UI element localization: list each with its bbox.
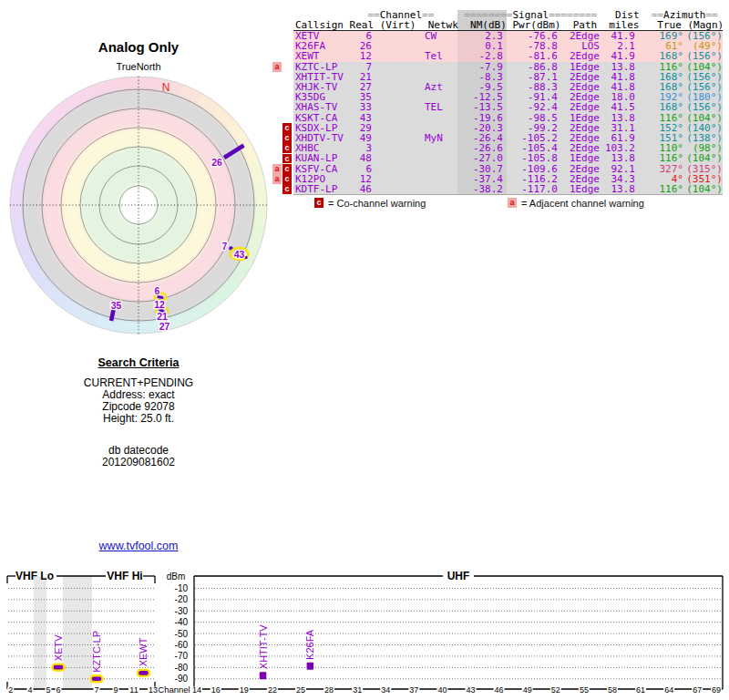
adjacent-channel-badge: a <box>272 174 282 184</box>
channel-tick-label: 22 <box>268 685 277 695</box>
cell-real: 12 <box>348 51 372 61</box>
channel-tick-label: 2 <box>8 685 13 695</box>
cell-path: 2Edge <box>560 51 600 61</box>
band-gap <box>63 577 92 690</box>
station-bar <box>307 663 314 670</box>
channel-tick-label: 31 <box>353 685 362 695</box>
co-channel-badge: c <box>282 184 292 194</box>
channel-tick-label: 13 <box>149 685 158 695</box>
radar-channel-label: 7 <box>222 241 228 252</box>
search-criteria-title: Search Criteria <box>0 356 277 369</box>
search-address: Address: exact <box>0 388 277 401</box>
channel-tick-label: 49 <box>523 685 532 695</box>
station-label: K26FA <box>304 629 315 660</box>
search-mode: CURRENT+PENDING <box>0 376 277 389</box>
dbm-tick-label: -10 <box>175 583 189 593</box>
co-channel-badge: c <box>282 154 292 164</box>
cell-miles: 41.9 <box>600 51 635 61</box>
tvfool-report: Analog Only TrueNorth N26743612212735 ==… <box>0 0 729 700</box>
cell-nm: -2.8 <box>457 51 503 61</box>
legend-co-channel-badge: c <box>314 198 323 208</box>
channel-tick-label: 4 <box>27 685 32 695</box>
cell-netwk: TEL <box>425 102 457 112</box>
table-bottom-rule <box>293 194 723 195</box>
channel-tick-label: 14 <box>192 685 201 695</box>
cell-magn: (156°) <box>685 102 723 112</box>
station-bar <box>260 672 267 679</box>
search-height: Height: 25.0 ft. <box>0 412 277 425</box>
channel-tick-label: 16 <box>211 685 221 695</box>
cell-magn: (104°) <box>685 153 723 163</box>
cell-true: 116° <box>638 184 683 194</box>
channel-tick-label: 37 <box>409 685 418 695</box>
channel-tick-label: 25 <box>296 685 305 695</box>
station-label: KZTC-LP <box>91 631 102 673</box>
co-channel-badge: c <box>282 164 292 174</box>
radar-plot: N26743612212735 <box>0 55 282 346</box>
table-row: XEWT12Tel-2.8-81.62Edge41.9168°(156°) <box>293 51 723 61</box>
co-channel-badge: c <box>282 174 292 184</box>
radar-channel-label: 43 <box>234 249 245 260</box>
channel-tick-label: 67 <box>693 685 702 695</box>
channel-tick-label: 58 <box>608 685 617 695</box>
channel-tick-label: 7 <box>94 685 98 695</box>
cell-netwk: CW <box>425 31 457 41</box>
tvfool-link[interactable]: www.tvfool.com <box>99 540 179 552</box>
cell-magn: (156°) <box>685 51 723 61</box>
cell-pwr: -117.0 <box>505 184 558 194</box>
radar-channel-label: 35 <box>111 300 122 311</box>
channel-tick-label: 9 <box>113 685 118 695</box>
cell-pwr: -92.4 <box>505 102 558 112</box>
dbm-tick-label: -30 <box>175 606 189 616</box>
channel-tick-label: 43 <box>467 685 476 695</box>
co-channel-badge: c <box>282 143 292 153</box>
table-row: XHTIT-TV21-8.3-87.12Edge41.8168°(156°) <box>293 72 723 82</box>
table-row: K12PO12-37.4-116.22Edge34.34°(351°) <box>293 174 723 184</box>
table-row: KZTC-LP7-7.9-86.81Edge13.8116°(104°) <box>293 62 723 72</box>
band-label-vhf-hi: VHF Hi <box>107 570 142 582</box>
dbm-tick-label: -50 <box>175 629 189 639</box>
station-bar-analog <box>91 675 103 682</box>
cell-nm: -13.5 <box>457 102 503 112</box>
channel-tick-label: 34 <box>381 685 390 695</box>
table-row: KSKT-CA43-19.6-98.51Edge13.8116°(104°) <box>293 113 723 123</box>
cell-real: 46 <box>348 184 372 194</box>
channel-tick-label: 5 <box>46 685 50 695</box>
dbm-tick-label: -60 <box>175 640 189 650</box>
channel-tick-label: 52 <box>551 685 560 695</box>
co-channel-badge: c <box>282 123 292 133</box>
radar-title: Analog Only <box>0 39 277 55</box>
search-zipcode: Zipcode 92078 <box>0 400 277 413</box>
cell-magn: (104°) <box>685 184 723 194</box>
dbm-tick-label: -20 <box>175 594 189 604</box>
channel-tick-label: 28 <box>324 685 334 695</box>
cell-pwr: -105.8 <box>505 153 558 163</box>
band-label-uhf: UHF <box>447 570 470 582</box>
cell-nm: -27.0 <box>457 153 503 163</box>
dbm-tick-label: -40 <box>175 617 189 627</box>
table-header-row2: Callsign Real (Virt) Netwk NM(dB) Pwr(dB… <box>295 20 724 30</box>
channel-tick-label: 69 <box>712 685 721 695</box>
band-label-vhf-lo: VHF Lo <box>15 570 54 582</box>
cell-callsign: KUAN-LP <box>295 153 350 163</box>
cell-miles: 41.5 <box>600 102 635 112</box>
spectrum-chart: -10-20-30-40-50-60-70-80-90VHF LoVHF HiU… <box>0 563 729 700</box>
channel-tick-label: 6 <box>56 685 60 695</box>
table-row: KDTF-LP46-38.2-117.01Edge13.8116°(104°) <box>293 184 723 194</box>
table-row: XHBC3-26.6-105.42Edge103.2110°(98°) <box>293 143 723 153</box>
table-row: K35DG35-12.5-91.42Edge18.0192°(180°) <box>293 92 723 102</box>
table-row: KSFV-CA6-30.7-109.62Edge92.1327°(315°) <box>293 164 723 174</box>
cell-miles: 13.8 <box>600 184 635 194</box>
dbm-axis-label: dBm <box>167 571 186 582</box>
cell-netwk: Azt <box>425 82 457 92</box>
spoke-35 <box>111 310 114 321</box>
station-label: XETV <box>53 634 64 661</box>
cell-true: 168° <box>638 102 683 112</box>
table-row: XHAS-TV33TEL-13.5-92.42Edge41.5168°(156°… <box>293 102 723 112</box>
channel-tick-label: 40 <box>437 685 447 695</box>
radar-channel-label: 26 <box>211 157 222 168</box>
cell-true: 168° <box>638 51 683 61</box>
table-row: KSDX-LP29-20.3-99.22Edge31.1152°(140°) <box>293 123 723 133</box>
dot-43 <box>244 256 247 259</box>
dbm-tick-label: -70 <box>175 651 189 661</box>
